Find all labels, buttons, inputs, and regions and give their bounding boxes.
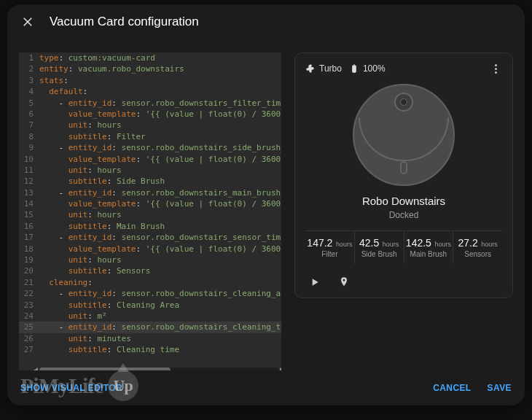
code-line[interactable]: 12 subtitle: Side Brush	[19, 176, 281, 187]
code-line[interactable]: 17 - entity_id: sensor.robo_downstairs_s…	[19, 232, 281, 243]
line-number: 2	[19, 63, 39, 74]
editor-h-scrollbar[interactable]	[39, 368, 278, 370]
code-line[interactable]: 14 value_template: '{{ (value | float(0)…	[19, 198, 281, 209]
svg-rect-3	[353, 66, 356, 72]
stat-label: Main Brush	[406, 250, 452, 258]
card-preview: Turbo 100% R	[294, 52, 513, 370]
code-line[interactable]: 26 unit: minutes	[19, 333, 281, 344]
code-line[interactable]: 27 subtitle: Cleaning time	[19, 344, 281, 355]
fan-mode-label: Turbo	[319, 63, 342, 74]
code-line[interactable]: 21 cleaning:	[19, 277, 281, 288]
code-line[interactable]: 9 - entity_id: sensor.robo_downstairs_si…	[19, 142, 281, 153]
line-number: 14	[19, 198, 39, 209]
code-line[interactable]: 10 value_template: '{{ (value | float(0)…	[19, 154, 281, 165]
code-text: - entity_id: sensor.robo_downstairs_sens…	[39, 232, 281, 243]
card-menu-button[interactable]	[489, 62, 502, 75]
line-number: 5	[19, 98, 39, 109]
stat-cell: 147.2 hoursFilter	[305, 231, 355, 264]
code-text: subtitle: Side Brush	[39, 176, 165, 187]
line-number: 11	[19, 165, 39, 176]
dialog-body: 1type: custom:vacuum-card2entity: vacuum…	[7, 39, 525, 370]
show-visual-editor-button[interactable]: Show Visual Editor	[20, 383, 122, 393]
stats-row: 147.2 hoursFilter42.5 hoursSide Brush142…	[305, 230, 502, 264]
locate-button[interactable]	[336, 274, 352, 290]
line-number: 17	[19, 232, 39, 243]
code-text: unit: hours	[39, 209, 122, 220]
code-text: unit: minutes	[39, 333, 131, 344]
battery-label: 100%	[363, 63, 386, 74]
code-line[interactable]: 19 unit: hours	[19, 254, 281, 265]
dialog-header: Vacuum Card configuration	[7, 4, 525, 39]
play-button[interactable]	[307, 274, 323, 290]
code-line[interactable]: 2entity: vacuum.robo_downstairs	[19, 63, 281, 74]
code-text: value_template: '{{ (value | float(0) / …	[39, 198, 281, 209]
code-line[interactable]: 15 unit: hours	[19, 209, 281, 220]
line-number: 3	[19, 75, 39, 86]
code-text: value_template: '{{ (value | float(0) / …	[39, 244, 281, 254]
battery-chip: 100%	[349, 63, 386, 74]
code-line[interactable]: 20 subtitle: Sensors	[19, 265, 281, 276]
code-line[interactable]: 13 - entity_id: sensor.robo_downstairs_m…	[19, 187, 281, 198]
code-line[interactable]: 8 subtitle: Filter	[19, 131, 281, 142]
line-number: 24	[19, 311, 39, 322]
code-line[interactable]: 16 subtitle: Main Brush	[19, 221, 281, 232]
line-number: 23	[19, 300, 39, 311]
code-text: type: custom:vacuum-card	[39, 52, 155, 63]
config-dialog: Vacuum Card configuration 1type: custom:…	[7, 4, 525, 405]
code-text: stats:	[39, 75, 69, 86]
code-line[interactable]: 23 subtitle: Cleaning Area	[19, 300, 281, 311]
play-icon	[309, 276, 321, 288]
code-text: subtitle: Filter	[39, 131, 146, 142]
code-line[interactable]: 6 value_template: '{{ (value | float(0) …	[19, 109, 281, 120]
code-text: value_template: '{{ (value | float(0) / …	[39, 154, 281, 165]
close-button[interactable]	[19, 13, 36, 31]
fan-mode-chip[interactable]: Turbo	[305, 63, 342, 74]
line-number: 26	[19, 333, 39, 344]
code-text: - entity_id: sensor.robo_downstairs_filt…	[39, 98, 281, 109]
code-line[interactable]: 22 - entity_id: sensor.robo_downstairs_c…	[19, 288, 281, 299]
cancel-button[interactable]: Cancel	[433, 383, 471, 393]
code-text: subtitle: Cleaning Area	[39, 300, 179, 311]
editor-h-scrollbar-thumb[interactable]	[39, 368, 171, 370]
code-line[interactable]: 4 default:	[19, 86, 281, 97]
code-text: - entity_id: sensor.robo_downstairs_main…	[39, 187, 281, 198]
code-line[interactable]: 18 value_template: '{{ (value | float(0)…	[19, 244, 281, 254]
code-line[interactable]: 24 unit: m²	[19, 311, 281, 322]
code-line[interactable]: 5 - entity_id: sensor.robo_downstairs_fi…	[19, 98, 281, 109]
line-number: 18	[19, 244, 39, 254]
code-line[interactable]: 11 unit: hours	[19, 165, 281, 176]
dialog-title: Vacuum Card configuration	[50, 15, 199, 29]
stat-label: Filter	[307, 250, 353, 258]
code-line[interactable]: 25 - entity_id: sensor.robo_downstairs_c…	[19, 322, 281, 332]
stat-unit: hours	[380, 241, 399, 248]
code-text: unit: m²	[39, 311, 107, 322]
code-text: unit: hours	[39, 120, 122, 131]
code-text: - entity_id: sensor.robo_downstairs_clea…	[39, 288, 281, 299]
save-button[interactable]: Save	[488, 383, 512, 393]
line-number: 20	[19, 265, 39, 276]
dots-vertical-icon	[495, 68, 497, 70]
stat-label: Side Brush	[356, 250, 402, 258]
code-text: cleaning:	[39, 277, 93, 288]
stat-unit: hours	[334, 241, 352, 248]
code-line[interactable]: 7 unit: hours	[19, 120, 281, 131]
battery-icon	[349, 63, 359, 74]
vacuum-name: Robo Downstairs	[305, 195, 502, 207]
close-icon	[21, 15, 34, 28]
map-marker-icon	[338, 276, 350, 288]
code-line[interactable]: 3stats:	[19, 75, 281, 86]
line-number: 21	[19, 277, 39, 288]
code-text: unit: hours	[39, 165, 122, 176]
line-number: 1	[19, 52, 39, 63]
vacuum-card-header: Turbo 100%	[305, 62, 502, 75]
yaml-editor[interactable]: 1type: custom:vacuum-card2entity: vacuum…	[19, 52, 281, 370]
code-text: subtitle: Main Brush	[39, 221, 165, 232]
line-number: 10	[19, 154, 39, 165]
code-line[interactable]: 1type: custom:vacuum-card	[19, 52, 281, 63]
code-text: default:	[39, 86, 87, 97]
code-text: - entity_id: sensor.robo_downstairs_clea…	[39, 322, 281, 332]
line-number: 15	[19, 209, 39, 220]
stat-value: 147.2 hours	[307, 237, 353, 249]
fan-icon	[305, 63, 316, 74]
line-number: 25	[19, 322, 39, 332]
